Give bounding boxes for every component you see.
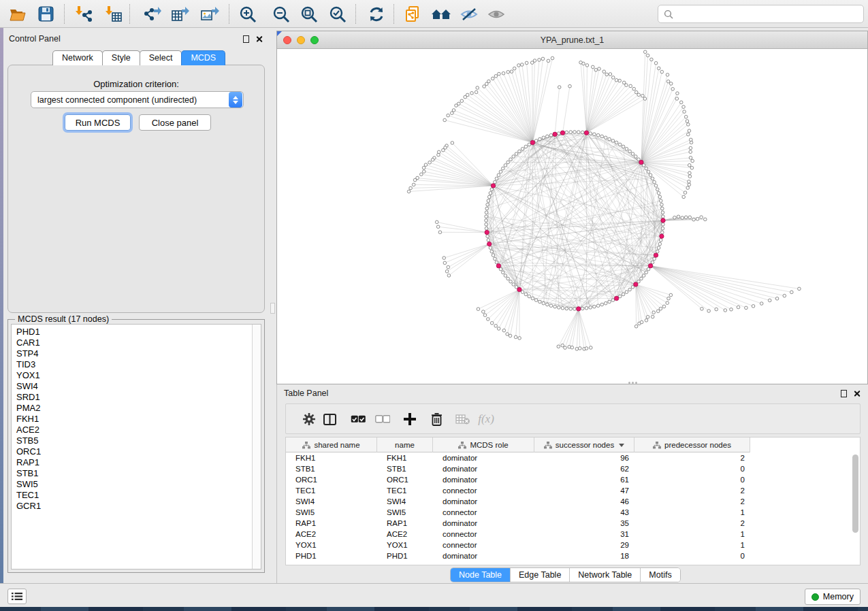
mcds-result-item[interactable]: FKH1 [12,414,261,425]
tab-network-table[interactable]: Network Table [570,568,641,582]
mcds-list-scrollbar[interactable] [252,325,261,569]
column-header-name[interactable]: name [377,437,433,452]
add-column-button[interactable] [399,409,421,429]
mcds-result-item[interactable]: CAR1 [12,337,261,348]
show-columns-button[interactable] [319,409,340,429]
show-all-button[interactable] [484,3,509,25]
close-panel-button-mcds[interactable]: Close panel [139,114,211,131]
duplicate-network-button[interactable] [400,3,425,25]
tab-mcds[interactable]: MCDS [181,50,225,65]
table-cell: 1 [634,508,750,516]
table-row[interactable]: RAP1RAP1dominator352 [286,518,860,529]
export-table-button[interactable] [168,3,193,25]
mcds-result-item[interactable]: SWI5 [12,479,261,490]
table-cell: 18 [534,552,634,560]
vertical-splitter[interactable] [269,31,276,583]
float-table-panel-button[interactable] [839,389,848,398]
mcds-result-item[interactable]: PHD1 [12,327,261,337]
mcds-result-item[interactable]: STB5 [12,435,261,446]
search-input[interactable] [677,10,847,19]
table-panel-title: Table Panel [284,389,839,398]
control-panel-title: Control Panel [9,34,242,44]
table-cell: SWI5 [377,508,433,516]
mcds-result-item[interactable]: TEC1 [12,490,261,501]
mcds-result-item[interactable]: STB1 [12,468,261,479]
table-cell: 0 [634,465,750,473]
import-network-button[interactable] [71,3,96,25]
tab-node-table[interactable]: Node Table [451,568,511,582]
mcds-result-item[interactable]: RAP1 [12,457,261,468]
table-cell: 47 [534,486,634,495]
mcds-result-item[interactable]: GCR1 [12,501,261,512]
close-panel-button[interactable] [255,35,263,44]
zoom-fit-button[interactable] [297,3,321,25]
select-all-rows-button[interactable] [347,409,369,429]
maximize-window-icon[interactable] [310,36,319,44]
deselect-all-rows-button[interactable] [372,409,393,429]
close-window-icon[interactable] [283,36,291,44]
tab-motifs[interactable]: Motifs [641,568,679,582]
hide-selected-button[interactable] [457,3,481,25]
mcds-result-item[interactable]: ORC1 [12,446,261,457]
table-row[interactable]: PHD1PHD1dominator180 [286,550,860,561]
export-network-button[interactable] [140,3,164,25]
network-window-titlebar[interactable]: YPA_prune.txt_1 [277,31,867,49]
network-canvas[interactable] [277,49,867,384]
shared-column-icon [302,442,310,449]
table-row[interactable]: TEC1TEC1connector472 [286,485,860,496]
refresh-button[interactable] [364,3,389,25]
mcds-result-item[interactable]: PMA2 [12,403,261,414]
table-settings-button[interactable] [298,409,320,429]
table-row[interactable]: ACE2ACE2connector311 [286,529,860,540]
mcds-result-item[interactable]: ACE2 [12,425,261,435]
table-row[interactable]: SWI5SWI5connector431 [286,507,860,518]
run-mcds-button[interactable]: Run MCDS [65,114,131,131]
table-row[interactable]: STB1STB1dominator620 [286,463,860,474]
zoom-out-button[interactable] [269,3,293,25]
delete-table-button[interactable] [452,409,474,429]
save-icon [38,6,54,22]
search-field[interactable] [658,5,864,23]
mcds-result-item[interactable]: STP4 [12,348,261,359]
table-row[interactable]: SWI4SWI4dominator462 [286,496,860,507]
zoom-in-button[interactable] [236,3,260,25]
minimize-window-icon[interactable] [297,36,305,44]
table-row[interactable]: YOX1YOX1connector291 [286,540,860,550]
table-row[interactable]: ORC1ORC1dominator610 [286,474,860,485]
function-builder-button[interactable]: f(x) [475,409,497,429]
mcds-result-item[interactable]: TID3 [12,359,261,370]
node-table-body: FKH1FKH1dominator962STB1STB1dominator620… [286,452,860,561]
float-icon [841,390,847,397]
memory-button[interactable]: Memory [805,589,861,605]
first-neighbors-button[interactable] [429,3,453,25]
table-scrollbar-thumb[interactable] [852,455,858,533]
table-cell: 46 [534,497,634,506]
save-button[interactable] [33,3,58,25]
import-table-button[interactable] [101,3,126,25]
export-image-button[interactable] [197,3,222,25]
float-window-button[interactable] [242,35,251,44]
column-header-mcds-role[interactable]: MCDS role [433,437,534,452]
tab-style[interactable]: Style [102,50,140,65]
open-file-button[interactable] [5,3,30,25]
table-row[interactable]: FKH1FKH1dominator962 [286,452,860,463]
table-cell: connector [433,530,534,538]
criterion-select[interactable]: largest connected component (undirected) [31,91,244,108]
column-header-predecessor-nodes[interactable]: predecessor nodes [634,437,750,452]
tab-select[interactable]: Select [140,50,182,65]
mcds-result-item[interactable]: SRD1 [12,392,261,403]
tab-edge-table[interactable]: Edge Table [511,568,570,582]
memory-label: Memory [823,592,854,601]
splitter-grip[interactable] [270,303,275,314]
column-header-successor-nodes[interactable]: successor nodes [534,437,634,452]
delete-column-button[interactable] [425,409,447,429]
task-history-button[interactable] [7,589,27,604]
mcds-result-item[interactable]: YOX1 [12,370,261,381]
table-cell: 2 [634,454,750,462]
tab-network[interactable]: Network [52,50,103,65]
close-table-panel-button[interactable] [852,389,861,398]
column-header-shared-name[interactable]: shared name [286,437,377,452]
optimization-criterion-label: Optimization criterion: [8,79,264,89]
zoom-selected-button[interactable] [325,3,350,25]
mcds-result-item[interactable]: SWI4 [12,381,261,392]
